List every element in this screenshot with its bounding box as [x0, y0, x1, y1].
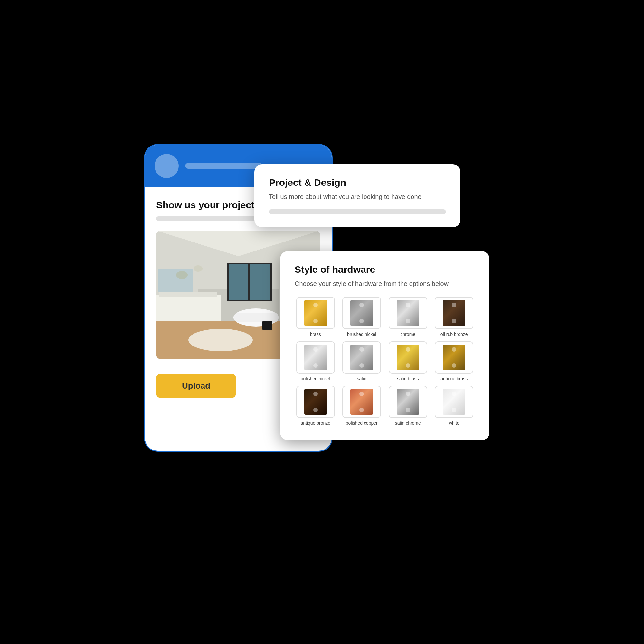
hardware-label-polished-nickel: polished nickel — [301, 376, 330, 381]
hardware-img-polished-copper — [342, 386, 381, 418]
hardware-img-antique-brass — [435, 341, 473, 374]
header-bar — [185, 163, 262, 169]
hardware-img-oil-rub-bronze — [435, 297, 473, 329]
scene: Show us your project — [145, 145, 499, 499]
hardware-swatch-satin-chrome — [397, 389, 419, 415]
hardware-item-chrome[interactable]: chrome — [387, 297, 429, 337]
hardware-label-antique-bronze: antique bronze — [300, 421, 330, 426]
hardware-swatch-satin — [350, 345, 373, 370]
hardware-label-satin-brass: satin brass — [397, 376, 419, 381]
hardware-img-satin — [342, 341, 381, 374]
hardware-item-satin-chrome[interactable]: satin chrome — [387, 386, 429, 426]
hardware-img-brushed-nickel — [342, 297, 381, 329]
hardware-img-antique-bronze — [296, 386, 335, 418]
hardware-swatch-brass — [304, 300, 327, 326]
hardware-swatch-brushed-nickel — [350, 300, 373, 326]
svg-point-18 — [194, 265, 203, 272]
svg-rect-10 — [156, 295, 221, 321]
hardware-grid: brassbrushed nickelchromeoil rub bronzep… — [295, 297, 475, 426]
hardware-label-oil-rub-bronze: oil rub bronze — [440, 332, 468, 337]
project-card-title: Project & Design — [269, 177, 446, 188]
hardware-item-white[interactable]: white — [433, 386, 475, 426]
hardware-swatch-antique-bronze — [304, 389, 327, 415]
hardware-swatch-polished-copper — [350, 389, 373, 415]
project-card-description: Tell us more about what you are looking … — [269, 192, 446, 202]
svg-rect-8 — [229, 264, 248, 300]
hardware-label-satin-chrome: satin chrome — [395, 421, 421, 426]
hardware-item-oil-rub-bronze[interactable]: oil rub bronze — [433, 297, 475, 337]
svg-rect-9 — [250, 264, 270, 300]
svg-point-4 — [188, 329, 253, 351]
subtitle-bar — [156, 216, 259, 221]
hardware-img-polished-nickel — [296, 341, 335, 374]
hardware-item-polished-nickel[interactable]: polished nickel — [295, 341, 336, 381]
hardware-label-satin: satin — [357, 376, 366, 381]
svg-rect-13 — [234, 313, 279, 322]
svg-rect-11 — [159, 292, 217, 297]
hardware-swatch-white — [443, 389, 465, 415]
hardware-img-chrome — [389, 297, 427, 329]
hardware-label-antique-brass: antique brass — [440, 376, 468, 381]
hardware-item-antique-bronze[interactable]: antique bronze — [295, 386, 336, 426]
hardware-label-white: white — [449, 421, 459, 426]
svg-rect-19 — [158, 269, 193, 292]
hardware-swatch-satin-brass — [397, 345, 419, 370]
avatar — [155, 154, 179, 178]
hardware-item-antique-brass[interactable]: antique brass — [433, 341, 475, 381]
project-input-bar[interactable] — [269, 209, 446, 214]
hardware-item-brass[interactable]: brass — [295, 297, 336, 337]
hardware-label-brushed-nickel: brushed nickel — [347, 332, 376, 337]
hardware-card: Style of hardware Choose your style of h… — [280, 251, 489, 440]
hardware-item-polished-copper[interactable]: polished copper — [341, 386, 383, 426]
hardware-label-polished-copper: polished copper — [346, 421, 378, 426]
hardware-item-satin[interactable]: satin — [341, 341, 383, 381]
hardware-item-satin-brass[interactable]: satin brass — [387, 341, 429, 381]
hardware-item-brushed-nickel[interactable]: brushed nickel — [341, 297, 383, 337]
hardware-img-brass — [296, 297, 335, 329]
hardware-card-title: Style of hardware — [295, 264, 475, 275]
hardware-swatch-polished-nickel — [304, 345, 327, 370]
hardware-card-description: Choose your style of hardware from the o… — [295, 279, 475, 289]
upload-button[interactable]: Upload — [156, 374, 236, 398]
project-card: Project & Design Tell us more about what… — [254, 164, 460, 227]
hardware-swatch-oil-rub-bronze — [443, 300, 465, 326]
hardware-swatch-antique-brass — [443, 345, 465, 370]
hardware-label-brass: brass — [310, 332, 321, 337]
svg-rect-14 — [262, 321, 272, 330]
hardware-img-white — [435, 386, 473, 418]
hardware-img-satin-brass — [389, 341, 427, 374]
hardware-swatch-chrome — [397, 300, 419, 326]
hardware-label-chrome: chrome — [400, 332, 415, 337]
hardware-img-satin-chrome — [389, 386, 427, 418]
